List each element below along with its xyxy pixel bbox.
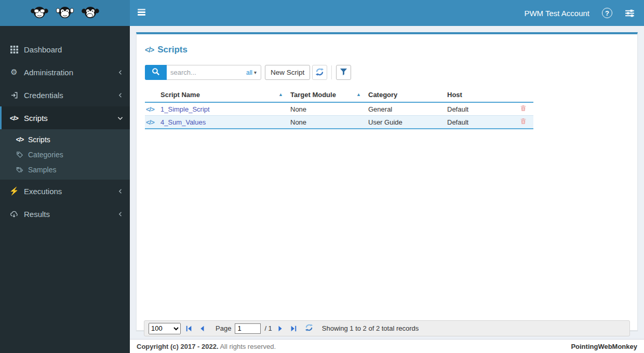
page-title-text: Scripts: [157, 45, 187, 55]
submenu-item-label: Scripts: [28, 135, 50, 144]
column-label: Category: [368, 91, 397, 99]
submenu-item-categories[interactable]: Categories: [0, 147, 130, 162]
search-icon: [152, 67, 160, 77]
sidebar-item-label: Results: [24, 210, 50, 219]
header-host[interactable]: Host: [446, 88, 519, 102]
new-script-button[interactable]: New Script: [265, 65, 310, 80]
footer-brand: PointingWebMonkey: [571, 343, 637, 350]
last-page-icon: [290, 325, 297, 332]
cell-target-module: None: [290, 105, 306, 113]
chevron-left-icon: [117, 211, 124, 218]
header-script-name[interactable]: Script Name ▲: [159, 88, 289, 102]
topbar: PWM Test Account ?: [130, 0, 644, 26]
sidebar-item-label: Executions: [24, 187, 62, 196]
tags-icon: [15, 166, 25, 173]
next-page-icon: [277, 325, 284, 332]
scripts-card: </> Scripts all ▾ New Script: [136, 32, 638, 331]
refresh-icon: [315, 67, 324, 78]
submenu-item-samples[interactable]: Samples: [0, 162, 130, 177]
rights-text: All rights reserved.: [220, 343, 276, 350]
header-actions-col: [519, 88, 533, 102]
delete-button[interactable]: [520, 105, 527, 113]
header-target-module[interactable]: Target Module ▲: [289, 88, 367, 102]
sidebar-item-executions[interactable]: ⚡ Executions: [0, 180, 130, 202]
chevron-left-icon: [117, 92, 124, 99]
topbar-right: PWM Test Account ?: [524, 0, 644, 26]
search-scope-dropdown[interactable]: all ▾: [246, 69, 261, 76]
table-header-row: Script Name ▲ Target Module ▲ Category H…: [145, 88, 533, 102]
sidebar-item-scripts[interactable]: </> Scripts: [0, 106, 130, 129]
column-label: Target Module: [290, 91, 336, 99]
page-size-select[interactable]: 100: [149, 323, 181, 334]
sliders-icon[interactable]: [625, 9, 635, 18]
app-logo[interactable]: [0, 0, 130, 26]
script-link[interactable]: 1_Simple_Script: [160, 105, 210, 113]
script-link[interactable]: 4_Sum_Values: [160, 118, 206, 126]
gears-icon: ⚙: [8, 67, 20, 77]
sidebar-item-administration[interactable]: ⚙ Administration: [0, 61, 130, 84]
content-area: </> Scripts all ▾ New Script: [130, 26, 644, 339]
submenu-item-scripts[interactable]: </> Scripts: [0, 132, 130, 147]
filter-icon: [340, 68, 347, 77]
caret-down-icon: ▾: [254, 70, 257, 75]
sidebar-item-label: Scripts: [24, 114, 48, 123]
sidebar: Dashboard ⚙ Administration Credentials <…: [0, 0, 130, 353]
delete-button[interactable]: [520, 118, 527, 126]
refresh-button[interactable]: [312, 65, 327, 80]
sort-asc-icon[interactable]: ▲: [356, 92, 361, 97]
cell-host: Default: [447, 105, 468, 113]
search-button[interactable]: [145, 65, 167, 80]
tag-icon: [15, 151, 25, 158]
submenu-item-label: Categories: [28, 151, 63, 159]
code-icon: </>: [146, 105, 154, 113]
sidebar-item-label: Administration: [24, 68, 73, 77]
cell-category: User Guide: [368, 118, 403, 126]
header-category[interactable]: Category: [367, 88, 446, 102]
monkey-see-no-evil-icon: [28, 4, 51, 22]
search-input[interactable]: [167, 69, 246, 76]
scripts-submenu: </> Scripts Categories Samples: [0, 129, 130, 180]
refresh-icon: [305, 323, 313, 333]
first-page-icon: [185, 325, 193, 332]
search-scope-value: all: [246, 69, 252, 76]
pager-refresh-button[interactable]: [305, 323, 313, 333]
chevron-left-icon: [117, 188, 124, 195]
page-number-input[interactable]: [235, 323, 261, 334]
column-label: Host: [447, 91, 462, 99]
grid-icon: [8, 46, 20, 53]
sidebar-item-results[interactable]: Results: [0, 202, 130, 225]
table-row: </> 1_Simple_Script None General Default: [145, 102, 533, 116]
sort-asc-icon[interactable]: ▲: [278, 92, 283, 97]
account-menu[interactable]: PWM Test Account: [524, 9, 589, 18]
prev-page-button[interactable]: [197, 325, 207, 332]
chevron-left-icon: [117, 69, 124, 76]
total-pages-label: / 1: [264, 324, 272, 332]
first-page-button[interactable]: [184, 325, 194, 332]
bolt-icon: ⚡: [8, 186, 20, 196]
help-icon[interactable]: ?: [602, 8, 612, 18]
sidebar-item-label: Dashboard: [24, 45, 62, 54]
filter-button[interactable]: [336, 65, 351, 80]
code-icon: </>: [145, 46, 154, 54]
sidebar-item-label: Credentials: [24, 91, 63, 100]
chevron-down-icon: [117, 115, 124, 121]
copyright-text: Copyright (c) 2017 - 2022. All rights re…: [137, 343, 276, 350]
submenu-item-label: Samples: [28, 166, 56, 174]
prev-page-icon: [198, 325, 206, 332]
sidebar-item-credentials[interactable]: Credentials: [0, 84, 130, 106]
monkey-speak-no-evil-icon: [79, 4, 102, 22]
code-icon: </>: [15, 136, 25, 143]
scripts-table: Script Name ▲ Target Module ▲ Category H…: [145, 88, 533, 129]
code-icon: </>: [8, 114, 20, 122]
records-summary: Showing 1 to 2 of 2 total records: [322, 324, 419, 332]
next-page-button[interactable]: [276, 325, 285, 332]
cell-target-module: None: [290, 118, 306, 126]
toolbar-divider: [331, 65, 332, 79]
cell-host: Default: [447, 118, 468, 126]
last-page-button[interactable]: [289, 325, 298, 332]
cell-category: General: [368, 105, 392, 113]
menu-icon[interactable]: [138, 9, 145, 17]
page-title: </> Scripts: [145, 45, 629, 55]
sidebar-item-dashboard[interactable]: Dashboard: [0, 38, 130, 61]
header-icon-col: [145, 88, 159, 102]
